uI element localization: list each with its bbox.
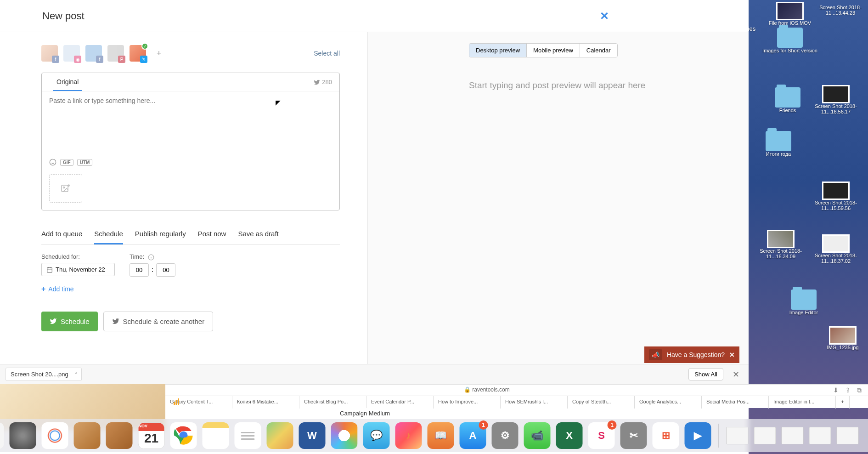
desktop-file-img1235[interactable]: IMG_1235.jpg [815,326,868,350]
dock-word[interactable]: W [299,422,326,449]
account-facebook-1[interactable]: f [41,45,58,62]
desktop-screenshot-5[interactable]: Screen Shot 2018-11...18.37.02 [808,234,863,264]
megaphone-icon: 📣 [649,349,662,360]
dock-maps[interactable] [267,422,293,449]
suggestion-close[interactable]: ✕ [729,351,735,358]
dock-minimized-2[interactable] [754,427,776,444]
dock-safari[interactable] [42,422,68,449]
dock-minimized-5[interactable] [837,427,859,444]
background-new-tab[interactable]: + [836,396,850,409]
desktop-folder-image-editor[interactable]: Image Editor [776,289,831,315]
dock-facetime[interactable]: 📹 [524,422,551,449]
utm-button[interactable]: UTM [77,159,93,166]
preview-tab-mobile[interactable]: Mobile preview [526,44,580,57]
minute-input[interactable] [156,263,175,277]
dock-minimized-1[interactable] [727,427,749,444]
account-pinterest[interactable]: P [107,45,124,62]
preview-empty-text: Start typing and post preview will appea… [469,80,730,91]
download-item[interactable]: Screen Shot 20....png ˄ [6,368,82,381]
tab-schedule[interactable]: Schedule [94,224,123,244]
info-icon[interactable] [148,254,154,261]
suggestion-bar[interactable]: 📣 Have a Suggestion? ✕ [644,346,739,363]
show-all-button[interactable]: Show All [688,368,723,380]
background-tab[interactable]: Social Media Pos... [702,396,769,409]
dock-slack[interactable]: S1 [588,422,615,449]
background-window: 🔒 raventools.com ⬇⇪⧉ Galaxy Content T...… [165,384,868,408]
dock-notes[interactable] [203,422,229,449]
preview-tab-calendar[interactable]: Calendar [580,44,617,57]
add-time-link[interactable]: +Add time [41,285,340,293]
dock-reminders[interactable] [235,422,261,449]
image-upload-tile[interactable] [49,174,82,203]
calendar-icon [46,267,53,273]
svg-rect-13 [176,400,177,405]
background-tab[interactable]: Copy of Stealth... [568,396,635,409]
dock-grab[interactable]: ✂ [620,422,647,449]
desktop-screenshot-2[interactable]: Screen Shot 2018-11...16.56.17 [808,85,863,114]
background-tab[interactable]: Image Editor in t... [769,396,836,409]
account-facebook-2[interactable]: f [85,45,102,62]
tab-publish-regularly[interactable]: Publish regularly [135,224,186,244]
emoji-icon[interactable] [49,159,56,166]
select-all-link[interactable]: Select all [314,50,340,57]
dock-contacts[interactable] [106,422,133,449]
account-instagram[interactable]: ◉ [63,45,80,62]
dock-calendar[interactable]: NOV21 [138,422,165,449]
compose-textarea[interactable] [42,91,339,156]
schedule-button[interactable]: Schedule [41,312,98,331]
dock-finder[interactable] [0,422,4,449]
tab-save-draft[interactable]: Save as draft [238,224,278,244]
dock-messages[interactable]: 💬 [363,422,390,449]
desktop-file-mov[interactable]: File from iOS.MOV [762,2,817,26]
desktop-screenshot-4[interactable]: Screen Shot 2018-11...16.34.09 [753,230,808,259]
dock-office[interactable]: ⊞ [653,422,679,449]
account-twitter[interactable]: ✓𝕏 [130,45,146,62]
desktop-folder-itogi[interactable]: Итоги года [751,131,806,157]
svg-rect-5 [47,267,52,272]
background-tab[interactable]: How SEMrush's I... [501,396,568,409]
desktop-folder-images-short[interactable]: Images for Short version [762,28,817,53]
dock-itunes[interactable]: ♪ [395,422,422,449]
background-tab[interactable]: Event Calendar P... [366,396,434,409]
background-tabs: Galaxy Content T...Копия 6 Mistake...Che… [165,396,868,409]
dock-ibooks[interactable]: 📖 [428,422,454,449]
dock-excel[interactable]: X [556,422,583,449]
dock-chrome[interactable] [170,422,197,449]
bg-toolbar-icons: ⬇⇪⧉ [833,386,862,394]
svg-rect-12 [174,402,175,405]
download-bar: Screen Shot 20....png ˄ Show All ✕ [0,364,749,384]
dock-launchpad[interactable] [10,422,36,449]
close-button[interactable]: ✕ [600,10,609,23]
dock-appstore[interactable]: A1 [460,422,486,449]
tab-add-to-queue[interactable]: Add to queue [41,224,82,244]
dock-system-preferences[interactable]: ⚙ [492,422,519,449]
gif-button[interactable]: GIF [60,159,73,166]
compose-tab-original[interactable]: Original [53,74,82,91]
dock-minimized-4[interactable] [809,427,831,444]
desktop-screenshot-1[interactable]: Screen Shot 2018-11...13.44.23 [813,5,868,16]
background-tab[interactable]: Копия 6 Mistake... [232,396,299,409]
dock-separator [719,424,719,448]
add-account-button[interactable]: + [152,46,166,61]
preview-tab-desktop[interactable]: Desktop preview [469,44,526,57]
dock-mail[interactable] [74,422,101,449]
scheduled-for-label: Scheduled for: [41,253,115,260]
svg-rect-14 [178,398,179,405]
hour-input[interactable] [130,263,149,277]
background-tab[interactable]: How to Improve... [434,396,501,409]
modal-header: New post ✕ [0,0,749,32]
dock-screenflow[interactable]: ▶ [685,422,711,449]
download-bar-close[interactable]: ✕ [729,368,743,381]
dock-photos[interactable] [331,422,358,449]
tab-post-now[interactable]: Post now [198,224,226,244]
schedule-another-button[interactable]: Schedule & create another [103,312,214,331]
background-tab[interactable]: Checklist Blog Po... [299,396,366,409]
desktop-folder-friends[interactable]: Friends [760,87,815,113]
background-tab[interactable]: Google Analytics... [635,396,702,409]
dock-minimized-3[interactable] [782,427,804,444]
dock-trash[interactable] [864,422,868,449]
preview-pane: Desktop preview Mobile preview Calendar … [367,32,749,384]
desktop-screenshot-3[interactable]: Screen Shot 2018-11...15.59.56 [808,182,863,211]
date-picker[interactable]: Thu, November 22 [41,263,115,276]
chevron-up-icon: ˄ [75,371,78,377]
